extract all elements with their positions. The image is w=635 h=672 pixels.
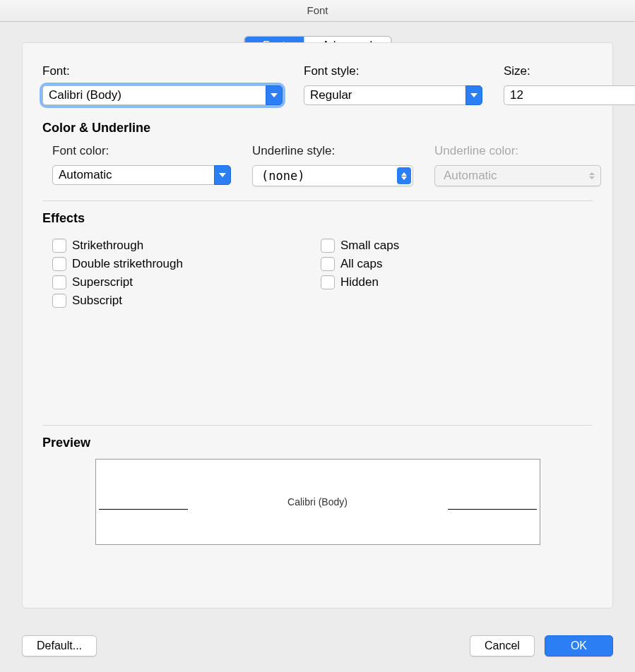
checkbox-box[interactable] — [52, 275, 66, 289]
size-combobox[interactable] — [504, 85, 635, 105]
preview-rule-left — [99, 509, 188, 510]
color-underline-row: Font color: Underline style: (none) Unde… — [52, 144, 593, 186]
checkbox-double-strikethrough[interactable]: Double strikethrough — [52, 257, 321, 271]
effects-heading: Effects — [42, 211, 593, 226]
underline-color-value: Automatic — [444, 169, 497, 183]
dialog-footer: Default... Cancel OK — [22, 635, 613, 656]
font-label: Font: — [42, 64, 283, 78]
checkbox-box[interactable] — [321, 257, 335, 271]
font-basic-row: Font: Font style: Size: — [42, 64, 593, 105]
checkbox-label: Hidden — [340, 275, 379, 289]
checkbox-label: Superscript — [72, 275, 133, 289]
effects-grid: Strikethrough Double strikethrough Super… — [52, 234, 593, 312]
chevron-down-icon[interactable] — [465, 85, 482, 105]
checkbox-hidden[interactable]: Hidden — [321, 275, 593, 289]
default-button[interactable]: Default... — [22, 635, 97, 656]
separator — [42, 425, 593, 426]
underline-color-label: Underline color: — [434, 144, 601, 158]
checkbox-subscript[interactable]: Subscript — [52, 294, 321, 308]
checkbox-strikethrough[interactable]: Strikethrough — [52, 239, 321, 253]
ok-button[interactable]: OK — [545, 635, 613, 656]
font-input[interactable] — [42, 85, 266, 105]
checkbox-label: Subscript — [72, 294, 122, 308]
checkbox-label: All caps — [340, 257, 383, 271]
underline-style-popup[interactable]: (none) — [252, 165, 413, 186]
checkbox-box[interactable] — [321, 239, 335, 253]
checkbox-box[interactable] — [321, 275, 335, 289]
checkbox-box[interactable] — [52, 294, 66, 308]
separator — [42, 200, 593, 201]
checkbox-superscript[interactable]: Superscript — [52, 275, 321, 289]
checkbox-small-caps[interactable]: Small caps — [321, 239, 593, 253]
updown-icon[interactable] — [397, 167, 411, 184]
cancel-button[interactable]: Cancel — [470, 635, 535, 656]
font-color-label: Font color: — [52, 144, 231, 158]
color-underline-heading: Color & Underline — [42, 121, 593, 136]
preview-sample: Calibri (Body) — [287, 496, 348, 508]
font-style-combobox[interactable] — [304, 85, 482, 105]
underline-style-value: (none) — [261, 169, 304, 183]
font-color-popup[interactable] — [52, 165, 231, 185]
checkbox-all-caps[interactable]: All caps — [321, 257, 593, 271]
chevron-down-icon[interactable] — [214, 165, 231, 185]
size-label: Size: — [504, 64, 635, 78]
font-color-value[interactable] — [52, 165, 214, 185]
preview-heading: Preview — [42, 436, 593, 450]
size-input[interactable] — [504, 85, 635, 105]
updown-icon — [589, 172, 595, 179]
underline-color-popup: Automatic — [434, 165, 601, 186]
font-style-label: Font style: — [304, 64, 482, 78]
preview-rule-right — [448, 509, 537, 510]
checkbox-label: Strikethrough — [72, 239, 143, 253]
font-combobox[interactable] — [42, 85, 283, 105]
font-panel: Font: Font style: Size: — [22, 42, 613, 608]
checkbox-box[interactable] — [52, 239, 66, 253]
checkbox-box[interactable] — [52, 257, 66, 271]
checkbox-label: Small caps — [340, 239, 399, 253]
font-style-input[interactable] — [304, 85, 465, 105]
checkbox-label: Double strikethrough — [72, 257, 183, 271]
window-title: Font — [307, 4, 328, 16]
window-titlebar: Font — [0, 0, 635, 22]
chevron-down-icon[interactable] — [266, 85, 283, 105]
underline-style-label: Underline style: — [252, 144, 413, 158]
preview-box: Calibri (Body) — [95, 459, 540, 545]
